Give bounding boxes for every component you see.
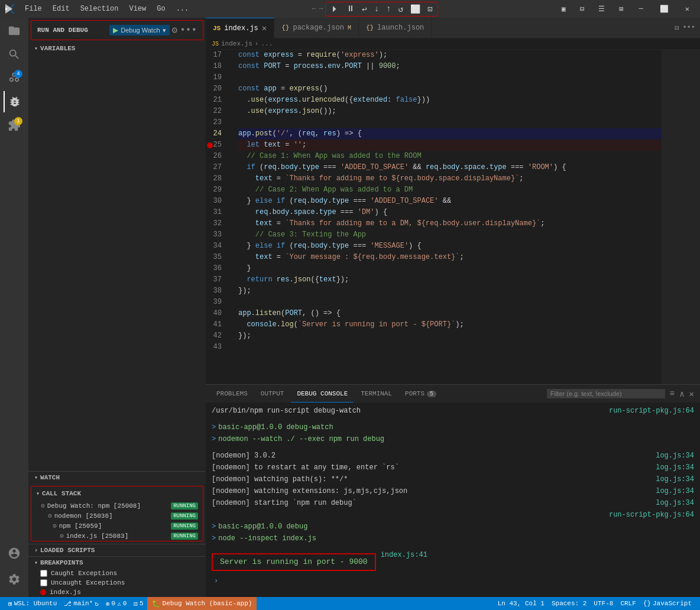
code-line-23 — [238, 117, 662, 128]
nav-back[interactable]: ← — [312, 5, 316, 13]
tab-launchjson[interactable]: {} launch.json — [359, 18, 432, 38]
activity-debug[interactable] — [4, 91, 25, 112]
tab-indexjs[interactable]: JS index.js ✕ — [206, 18, 274, 38]
nav-forward[interactable]: → — [319, 5, 323, 13]
console-link-server[interactable]: index.js:41 — [381, 550, 427, 560]
console-line-server: Server is running in port - 9000 index.j… — [212, 549, 694, 575]
panel-tab-terminal[interactable]: TERMINAL — [355, 385, 398, 403]
maximize-button[interactable]: ⬜ — [654, 2, 675, 16]
menu-edit[interactable]: Edit — [48, 4, 74, 14]
console-link-9[interactable]: log.js:34 — [656, 498, 694, 508]
status-ports[interactable]: ⊡ 5 — [130, 597, 147, 610]
menu-file[interactable]: File — [20, 4, 47, 14]
debug-step-into[interactable]: ↑ — [384, 4, 393, 14]
code-line-31: req.body.space.type === 'DM') { — [238, 207, 662, 218]
status-wsl[interactable]: ⊞ WSL: Ubuntu — [5, 597, 60, 610]
sidebar-toggle[interactable]: ☰ — [594, 2, 610, 16]
code-line-19 — [238, 72, 662, 83]
callstack-gear-3: ⚙ — [60, 532, 64, 540]
status-line-ending[interactable]: CRLF — [617, 597, 639, 610]
line-26: 26 — [206, 151, 226, 162]
close-button[interactable]: ✕ — [679, 2, 695, 16]
watch-section: ▾ WATCH — [28, 471, 206, 484]
breakpoint-indexjs[interactable]: index.js — [28, 588, 206, 597]
activity-extensions[interactable]: 1 — [4, 115, 25, 136]
callstack-item-2[interactable]: ⚙ npm [25059] RUNNING — [31, 521, 203, 531]
console-link-10[interactable]: run-script-pkg.js:64 — [609, 510, 694, 520]
callstack-item-3[interactable]: ⚙ index.js [25083] RUNNING — [31, 531, 203, 541]
breakpoints-header[interactable]: ▾ BREAKPOINTS — [28, 557, 206, 569]
watch-section-header[interactable]: ▾ WATCH — [28, 472, 206, 484]
status-debug[interactable]: 🐛 Debug Watch (basic-app) — [147, 597, 257, 610]
console-link-6[interactable]: log.js:34 — [656, 462, 694, 473]
layout-icon[interactable]: ▣ — [557, 2, 571, 16]
status-encoding[interactable]: UTF-8 — [590, 597, 617, 610]
menu-selection[interactable]: Selection — [76, 4, 124, 14]
console-link-7[interactable]: log.js:34 — [656, 474, 694, 485]
console-link-8[interactable]: log.js:34 — [656, 486, 694, 497]
panel-wrap-icon[interactable]: ≡ — [669, 388, 676, 400]
git-branch-label: main* — [73, 600, 93, 607]
tab-packagejson[interactable]: {} package.json M — [274, 18, 359, 38]
ports-count-label: 5 — [140, 600, 144, 607]
debug-watch-button[interactable]: ▶ Debug Watch ▾ — [109, 25, 169, 35]
tab-close-indexjs[interactable]: ✕ — [262, 23, 267, 33]
activity-search[interactable] — [4, 44, 25, 65]
more-options-icon[interactable]: ••• — [180, 25, 197, 35]
uncaught-exceptions-checkbox[interactable] — [40, 579, 47, 586]
callstack-name-2: npm [25059] — [59, 523, 102, 530]
console-link-0[interactable]: run-script-pkg.js:64 — [609, 405, 694, 416]
menu-go[interactable]: Go — [152, 4, 170, 14]
status-position[interactable]: Ln 43, Col 1 — [494, 597, 548, 610]
minimize-button[interactable]: — — [633, 2, 649, 15]
panel-tab-debug-console[interactable]: DEBUG CONSOLE — [291, 385, 354, 403]
status-spaces[interactable]: Spaces: 2 — [548, 597, 590, 610]
console-link-5[interactable]: log.js:34 — [656, 450, 694, 461]
activity-account[interactable] — [4, 543, 25, 564]
activity-explorer[interactable] — [4, 20, 25, 41]
callstack-gear-2: ⚙ — [53, 522, 57, 530]
debug-stop[interactable]: ↺ — [396, 4, 404, 15]
panel-tab-ports[interactable]: PORTS 5 — [399, 385, 442, 403]
panel-tab-output[interactable]: OUTPUT — [255, 385, 290, 403]
debug-step-over[interactable]: ↓ — [372, 4, 381, 14]
debug-pause[interactable]: ⏸ — [345, 4, 357, 14]
tab-label-indexjs: index.js — [224, 24, 258, 33]
panel-filter-input[interactable] — [547, 389, 665, 398]
panel-close-icon[interactable]: ✕ — [688, 388, 695, 400]
more-tabs-icon[interactable]: ••• — [682, 24, 695, 32]
panel-tab-problems[interactable]: PROBLEMS — [210, 385, 254, 403]
caught-exceptions-checkbox[interactable] — [40, 570, 47, 577]
debug-restart[interactable]: ↩ — [360, 4, 368, 15]
activity-settings[interactable] — [4, 569, 25, 590]
breadcrumb-context[interactable]: ... — [261, 40, 273, 47]
debug-layout[interactable]: ⬜ — [409, 4, 422, 15]
menu-view[interactable]: View — [124, 4, 151, 14]
callstack-header[interactable]: ▾ CALL STACK — [31, 486, 203, 501]
variables-section-header[interactable]: ▾ VARIABLES — [28, 43, 206, 54]
settings-config-icon[interactable]: ⚙ — [172, 24, 178, 36]
split-editor-icon[interactable]: ⊟ — [675, 24, 679, 33]
breakpoint-caught[interactable]: Caught Exceptions — [28, 569, 206, 578]
line-31: 31 — [206, 207, 226, 218]
status-language[interactable]: {} JavaScript — [640, 597, 695, 610]
tab-label-launchjson: launch.json — [377, 24, 424, 32]
callstack-item-0[interactable]: ⚙ Debug Watch: npm [25008] RUNNING — [31, 501, 203, 511]
status-git[interactable]: ⎇ main* ↻ — [60, 597, 102, 610]
tab-icon-packagejson: {} — [281, 24, 289, 31]
activity-source-control[interactable]: 4 — [4, 67, 25, 89]
breakpoint-indicator-25 — [207, 142, 213, 148]
panel-icon[interactable]: ⊟ — [575, 2, 589, 16]
breakpoint-uncaught[interactable]: Uncaught Exceptions — [28, 578, 206, 588]
code-content[interactable]: const express = require('express'); cons… — [232, 50, 662, 384]
layout-options[interactable]: ⊞ — [614, 2, 628, 16]
breadcrumb-file[interactable]: index.js — [221, 40, 252, 47]
panel-collapse-icon[interactable]: ∧ — [678, 388, 685, 400]
debug-continue[interactable]: ⏵ — [329, 4, 341, 14]
status-errors[interactable]: ⊗ 0 ⚠ 0 — [102, 597, 130, 610]
debug-extra[interactable]: ⊡ — [426, 4, 434, 15]
menu-more[interactable]: ... — [171, 4, 194, 14]
callstack-item-1[interactable]: ⚙ nodemon [25036] RUNNING — [31, 511, 203, 521]
loaded-scripts-header[interactable]: › LOADED SCRIPTS — [28, 544, 206, 556]
caught-exceptions-label: Caught Exceptions — [51, 570, 117, 577]
